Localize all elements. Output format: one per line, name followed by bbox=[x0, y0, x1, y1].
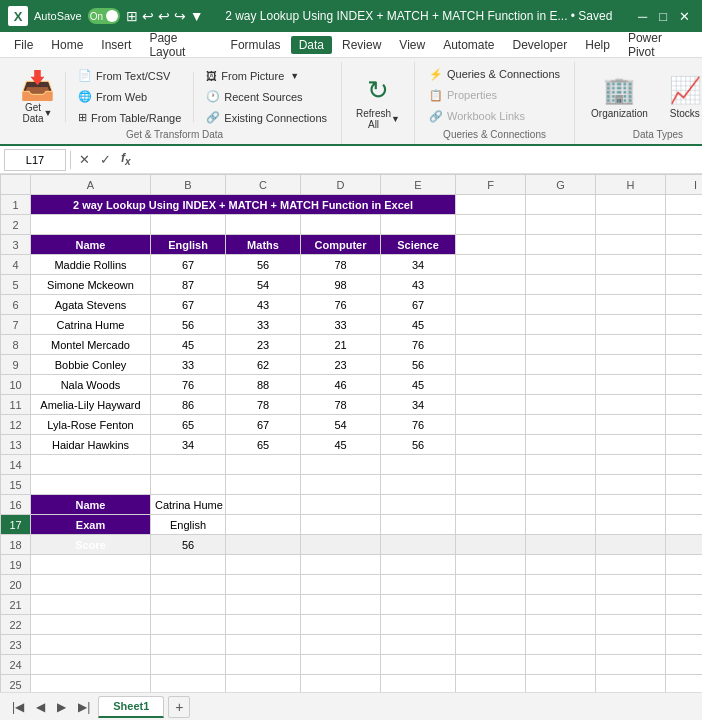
cell-data-10-1[interactable]: 88 bbox=[226, 375, 301, 395]
cell-I22[interactable] bbox=[666, 615, 703, 635]
cell-H-8[interactable] bbox=[596, 335, 666, 355]
cell-data-12-2[interactable]: 54 bbox=[301, 415, 381, 435]
cell-H16[interactable] bbox=[596, 495, 666, 515]
get-data-button[interactable]: 📥 GetData ▼ bbox=[16, 68, 59, 126]
col-header-F[interactable]: F bbox=[456, 175, 526, 195]
cell-I15[interactable] bbox=[666, 475, 703, 495]
cell-data-9-3[interactable]: 56 bbox=[381, 355, 456, 375]
cell-I18[interactable] bbox=[666, 535, 703, 555]
sheet-nav-last[interactable]: ▶| bbox=[74, 698, 94, 716]
undo-icon[interactable]: ↩ bbox=[142, 8, 154, 24]
cell-name-5[interactable]: Simone Mckeown bbox=[31, 275, 151, 295]
cell-data-7-1[interactable]: 33 bbox=[226, 315, 301, 335]
cell-G3[interactable] bbox=[526, 235, 596, 255]
cell-G-13[interactable] bbox=[526, 435, 596, 455]
cell-E19[interactable] bbox=[381, 555, 456, 575]
cell-I1[interactable] bbox=[666, 195, 703, 215]
cell-D25[interactable] bbox=[301, 675, 381, 693]
cell-B14[interactable] bbox=[151, 455, 226, 475]
cell-F23[interactable] bbox=[456, 635, 526, 655]
cell-D17[interactable] bbox=[301, 515, 381, 535]
cell-data-13-3[interactable]: 56 bbox=[381, 435, 456, 455]
cell-I19[interactable] bbox=[666, 555, 703, 575]
cell-E14[interactable] bbox=[381, 455, 456, 475]
properties-button[interactable]: 📋 Properties bbox=[423, 85, 503, 105]
cell-I25[interactable] bbox=[666, 675, 703, 693]
cell-name-8[interactable]: Montel Mercado bbox=[31, 335, 151, 355]
cell-A24[interactable] bbox=[31, 655, 151, 675]
cell-I-13[interactable] bbox=[666, 435, 703, 455]
add-sheet-button[interactable]: + bbox=[168, 696, 190, 718]
cell-B19[interactable] bbox=[151, 555, 226, 575]
cell-data-12-1[interactable]: 67 bbox=[226, 415, 301, 435]
cell-H21[interactable] bbox=[596, 595, 666, 615]
cell-F15[interactable] bbox=[456, 475, 526, 495]
cell-data-7-0[interactable]: 56 bbox=[151, 315, 226, 335]
cell-H1[interactable] bbox=[596, 195, 666, 215]
cell-name-13[interactable]: Haidar Hawkins bbox=[31, 435, 151, 455]
menu-formulas[interactable]: Formulas bbox=[223, 36, 289, 54]
cell-data-8-3[interactable]: 76 bbox=[381, 335, 456, 355]
cell-data-11-0[interactable]: 86 bbox=[151, 395, 226, 415]
cell-B22[interactable] bbox=[151, 615, 226, 635]
cell-H-10[interactable] bbox=[596, 375, 666, 395]
cell-data-10-2[interactable]: 46 bbox=[301, 375, 381, 395]
cell-H-7[interactable] bbox=[596, 315, 666, 335]
workbook-links-button[interactable]: 🔗 Workbook Links bbox=[423, 106, 531, 126]
cell-data-5-1[interactable]: 54 bbox=[226, 275, 301, 295]
cell-B20[interactable] bbox=[151, 575, 226, 595]
cell-I23[interactable] bbox=[666, 635, 703, 655]
cell-F-12[interactable] bbox=[456, 415, 526, 435]
cell-C24[interactable] bbox=[226, 655, 301, 675]
title-cell[interactable]: 2 way Lookup Using INDEX + MATCH + MATCH… bbox=[31, 195, 456, 215]
cell-A15[interactable] bbox=[31, 475, 151, 495]
cell-F19[interactable] bbox=[456, 555, 526, 575]
cell-E20[interactable] bbox=[381, 575, 456, 595]
header-name[interactable]: Name bbox=[31, 235, 151, 255]
cell-H-12[interactable] bbox=[596, 415, 666, 435]
cell-E24[interactable] bbox=[381, 655, 456, 675]
cell-A19[interactable] bbox=[31, 555, 151, 575]
cell-C20[interactable] bbox=[226, 575, 301, 595]
header-maths[interactable]: Maths bbox=[226, 235, 301, 255]
cell-F-13[interactable] bbox=[456, 435, 526, 455]
cell-C15[interactable] bbox=[226, 475, 301, 495]
col-header-C[interactable]: C bbox=[226, 175, 301, 195]
cell-I-6[interactable] bbox=[666, 295, 703, 315]
cell-E22[interactable] bbox=[381, 615, 456, 635]
cell-D16[interactable] bbox=[301, 495, 381, 515]
grid-wrapper[interactable]: ABCDEFGHI12 way Lookup Using INDEX + MAT… bbox=[0, 174, 702, 692]
cell-E17[interactable] bbox=[381, 515, 456, 535]
cell-G-11[interactable] bbox=[526, 395, 596, 415]
cell-H23[interactable] bbox=[596, 635, 666, 655]
cell-D23[interactable] bbox=[301, 635, 381, 655]
cell-F3[interactable] bbox=[456, 235, 526, 255]
lookup-value-17[interactable]: English bbox=[151, 515, 226, 535]
cell-B2[interactable] bbox=[151, 215, 226, 235]
cell-data-8-0[interactable]: 45 bbox=[151, 335, 226, 355]
cell-F17[interactable] bbox=[456, 515, 526, 535]
cell-data-4-0[interactable]: 67 bbox=[151, 255, 226, 275]
cell-I-7[interactable] bbox=[666, 315, 703, 335]
cell-A14[interactable] bbox=[31, 455, 151, 475]
cell-D15[interactable] bbox=[301, 475, 381, 495]
lookup-label-17[interactable]: Exam bbox=[31, 515, 151, 535]
cell-G-9[interactable] bbox=[526, 355, 596, 375]
header-english[interactable]: English bbox=[151, 235, 226, 255]
cell-data-4-3[interactable]: 34 bbox=[381, 255, 456, 275]
cell-G25[interactable] bbox=[526, 675, 596, 693]
cell-C22[interactable] bbox=[226, 615, 301, 635]
grid-icon[interactable]: ⊞ bbox=[126, 8, 138, 24]
menu-power-pivot[interactable]: Power Pivot bbox=[620, 29, 696, 61]
refresh-all-button[interactable]: ↻ RefreshAll ▼ bbox=[350, 73, 406, 131]
cell-name-11[interactable]: Amelia-Lily Hayward bbox=[31, 395, 151, 415]
cell-H20[interactable] bbox=[596, 575, 666, 595]
formula-input[interactable] bbox=[139, 149, 698, 171]
cell-E21[interactable] bbox=[381, 595, 456, 615]
cell-data-7-3[interactable]: 45 bbox=[381, 315, 456, 335]
cell-data-13-2[interactable]: 45 bbox=[301, 435, 381, 455]
cell-C16[interactable] bbox=[226, 495, 301, 515]
cell-F21[interactable] bbox=[456, 595, 526, 615]
cell-D14[interactable] bbox=[301, 455, 381, 475]
cancel-formula-icon[interactable]: ✕ bbox=[75, 150, 94, 169]
